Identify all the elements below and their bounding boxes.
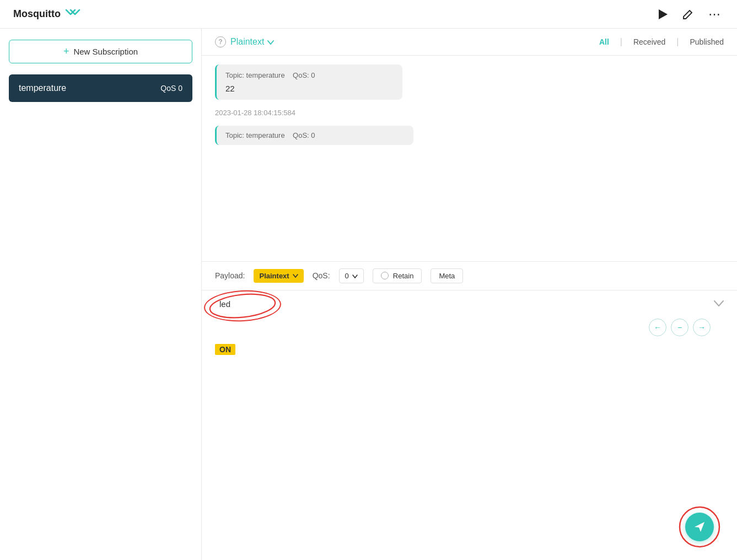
message-value: 22 xyxy=(225,84,394,93)
payload-chevron-icon xyxy=(293,272,298,279)
subscription-qos: QoS 0 xyxy=(160,84,182,93)
message-item: Topic: temperature QoS: 0 22 xyxy=(215,64,402,100)
topbar-left: Mosquitto xyxy=(13,8,80,20)
content-header: ? Plaintext All | Received | Published xyxy=(202,29,737,56)
subscription-topic: temperature xyxy=(19,83,66,93)
topbar-right: ⋯ xyxy=(657,5,724,24)
format-chevron-icon xyxy=(267,37,274,47)
subscription-item[interactable]: temperature QoS 0 xyxy=(9,74,192,102)
format-label: Plaintext xyxy=(230,37,264,47)
more-button[interactable]: ⋯ xyxy=(706,5,724,24)
filter-tabs: All | Received | Published xyxy=(599,36,724,47)
payload-label: Payload: xyxy=(215,271,245,280)
retain-button[interactable]: Retain xyxy=(373,268,422,283)
message-item-2: Topic: temperature QoS: 0 xyxy=(215,126,413,145)
publish-bar: Payload: Plaintext QoS: 0 Retain Meta xyxy=(202,262,737,290)
retain-circle-icon xyxy=(381,272,389,279)
new-subscription-button[interactable]: + New Subscription xyxy=(9,40,192,63)
topic-input[interactable] xyxy=(215,297,329,311)
message-timestamp: 2023-01-28 18:04:15:584 xyxy=(202,109,737,121)
nav-arrows: ← − → xyxy=(215,314,724,341)
payload-format-label: Plaintext xyxy=(259,272,289,280)
filter-all-tab[interactable]: All xyxy=(599,36,609,47)
nav-minus-button[interactable]: − xyxy=(671,319,688,336)
payload-value: ON xyxy=(215,344,235,355)
main-layout: + New Subscription temperature QoS 0 ? P… xyxy=(0,29,737,560)
qos-chevron-icon xyxy=(352,272,358,280)
payload-value-area: ON xyxy=(202,341,737,355)
nav-forward-button[interactable]: → xyxy=(693,319,711,336)
topic-row xyxy=(215,297,724,311)
content-header-left: ? Plaintext xyxy=(215,36,274,47)
bottom-area xyxy=(202,355,737,561)
message-header-2: Topic: temperature QoS: 0 xyxy=(225,131,405,139)
filter-published-tab[interactable]: Published xyxy=(690,36,724,47)
app-dropdown-icon[interactable] xyxy=(65,8,80,20)
message-header: Topic: temperature QoS: 0 xyxy=(225,71,394,79)
messages-area: Topic: temperature QoS: 0 22 2023-01-28 … xyxy=(202,56,737,262)
edit-button[interactable] xyxy=(681,7,695,21)
qos-select[interactable]: 0 xyxy=(339,268,364,283)
payload-format-select[interactable]: Plaintext xyxy=(254,269,303,283)
topbar: Mosquitto ⋯ xyxy=(0,0,737,29)
app-title: Mosquitto xyxy=(13,8,61,20)
qos-value: 0 xyxy=(345,272,349,280)
topic-chevron-icon[interactable] xyxy=(714,298,724,310)
qos-label: QoS: xyxy=(313,271,330,280)
topic-input-wrapper xyxy=(215,297,329,311)
topic-input-area: ← − → xyxy=(202,290,737,341)
content-area: ? Plaintext All | Received | Published xyxy=(202,29,737,560)
retain-label: Retain xyxy=(393,272,414,280)
play-button[interactable] xyxy=(657,7,670,21)
meta-button[interactable]: Meta xyxy=(431,268,463,283)
help-icon[interactable]: ? xyxy=(215,36,226,47)
filter-received-tab[interactable]: Received xyxy=(633,36,665,47)
new-subscription-label: New Subscription xyxy=(73,47,138,56)
sidebar: + New Subscription temperature QoS 0 xyxy=(0,29,202,560)
nav-back-button[interactable]: ← xyxy=(649,319,666,336)
format-selector[interactable]: Plaintext xyxy=(230,37,274,47)
svg-marker-0 xyxy=(659,9,668,19)
plus-icon: + xyxy=(63,46,69,57)
send-button[interactable] xyxy=(685,513,714,541)
